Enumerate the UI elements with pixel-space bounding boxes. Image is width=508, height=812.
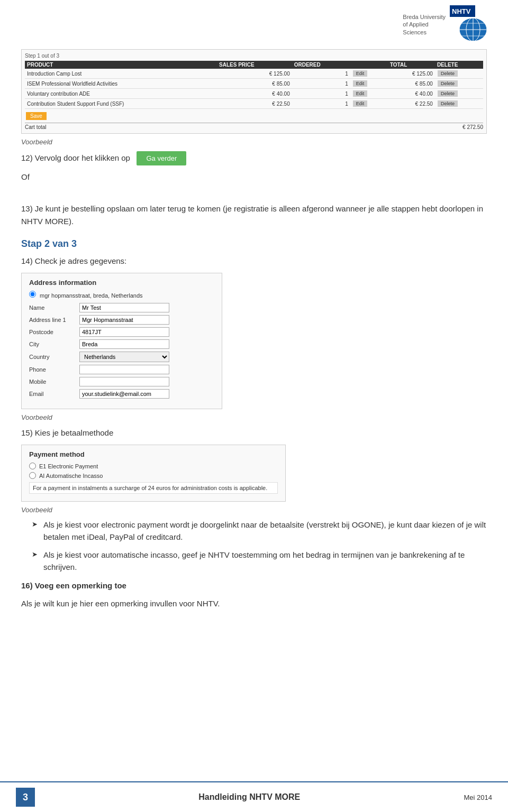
form-label-email: Email [29, 391, 79, 397]
payment-option-1: AI Automatische Incasso [29, 472, 278, 479]
table-row: Introduction Camp Lost € 125.00 1 Edit €… [25, 69, 483, 79]
bullet-item-1: Als je kiest voor automatische incasso, … [32, 549, 487, 573]
footer-date: Mei 2014 [464, 793, 492, 801]
product-price: € 40.00 [217, 89, 292, 99]
delete-button[interactable]: Delete [438, 70, 458, 77]
step-label: Step 1 out of 3 [25, 53, 483, 59]
voorbeeld-2: Voorbeeld [21, 413, 487, 421]
product-name: Introduction Camp Lost [25, 69, 217, 79]
cart-total-label: Cart total [25, 124, 47, 130]
form-row-postcode: Postcode [29, 327, 214, 337]
delete-cell[interactable]: Delete [435, 99, 483, 109]
payment-option-0: E1 Electronic Payment [29, 463, 278, 469]
product-total: € 22.50 [388, 99, 435, 109]
delete-button[interactable]: Delete [438, 100, 458, 107]
main-content: Step 1 out of 3 PRODUCT SALES PRICE ORDE… [0, 44, 508, 658]
edit-cell[interactable]: Edit [350, 79, 388, 89]
instruction-15: 15) Kies je betaalmethode [21, 427, 487, 439]
payment-label-1: AI Automatische Incasso [39, 473, 103, 479]
product-total: € 85.00 [388, 79, 435, 89]
col-sales-price: SALES PRICE [217, 61, 292, 69]
delete-button[interactable]: Delete [438, 90, 458, 97]
form-row-mobile: Mobile [29, 377, 214, 386]
delete-button[interactable]: Delete [438, 80, 458, 87]
logo-nhtv-badge: NHTV [450, 5, 497, 44]
edit-button[interactable]: Edit [353, 70, 368, 77]
edit-cell[interactable]: Edit [350, 69, 388, 79]
logo-text: Breda University of Applied Sciences [403, 13, 446, 36]
col-total: TOTAL [388, 61, 435, 69]
field-city[interactable] [79, 339, 169, 349]
instruction-16-title: 16) Voeg een opmerking toe [21, 579, 487, 592]
address-box: Address information mgr hopmansstraat, b… [21, 273, 222, 409]
product-qty: 1 [292, 89, 350, 99]
field-name[interactable] [79, 303, 169, 312]
product-total: € 40.00 [388, 89, 435, 99]
field-address-line-1[interactable] [79, 315, 169, 325]
form-row-country: CountryNetherlands [29, 352, 214, 362]
instruction-12b: Of [21, 171, 487, 183]
instruction-14: 14) Check je adres gegevens: [21, 255, 487, 267]
header: Breda University of Applied Sciences NHT… [0, 0, 508, 44]
form-label-postcode: Postcode [29, 329, 79, 335]
payment-note: For a payment in instalments a surcharge… [29, 482, 278, 494]
product-price: € 85.00 [217, 79, 292, 89]
form-label-country: Country [29, 354, 79, 360]
address-form: NameAddress line 1PostcodeCityCountryNet… [29, 303, 214, 399]
product-name: Voluntary contribution ADE [25, 89, 217, 99]
col-product: PRODUCT [25, 61, 217, 69]
table-row: Voluntary contribution ADE € 40.00 1 Edi… [25, 89, 483, 99]
payment-radio-1[interactable] [29, 472, 36, 479]
address-selection: mgr hopmansstraat, breda, Netherlands [29, 291, 214, 299]
payment-box-title: Payment method [29, 450, 278, 458]
form-row-name: Name [29, 303, 214, 312]
address-radio[interactable] [29, 291, 36, 298]
form-label-name: Name [29, 304, 79, 311]
edit-button[interactable]: Edit [353, 90, 368, 97]
step1-screenshot: Step 1 out of 3 PRODUCT SALES PRICE ORDE… [21, 49, 487, 134]
product-price: € 125.00 [217, 69, 292, 79]
logo-text-block: Breda University of Applied Sciences [403, 13, 446, 36]
field-email[interactable] [79, 389, 169, 399]
ga-verder-button[interactable]: Ga verder [137, 151, 186, 165]
footer: 3 Handleiding NHTV MORE Mei 2014 [0, 781, 508, 812]
product-name: Contribution Student Support Fund (SSF) [25, 99, 217, 109]
product-qty: 1 [292, 79, 350, 89]
bullet-item-0: Als je kiest voor electronic payment wor… [32, 519, 487, 543]
save-button[interactable]: Save [26, 112, 47, 120]
edit-button[interactable]: Edit [353, 80, 368, 87]
instruction-13: 13) Je kunt je bestelling opslaan om lat… [21, 202, 487, 228]
form-label-phone: Phone [29, 366, 79, 373]
product-qty: 1 [292, 99, 350, 109]
form-row-address-line-1: Address line 1 [29, 315, 214, 325]
payment-radio-0[interactable] [29, 463, 36, 469]
address-box-title: Address information [29, 279, 214, 287]
table-row: ISEM Professional Worldfield Activities … [25, 79, 483, 89]
delete-cell[interactable]: Delete [435, 79, 483, 89]
edit-cell[interactable]: Edit [350, 99, 388, 109]
products-table: PRODUCT SALES PRICE ORDERED TOTAL DELETE… [25, 61, 483, 109]
form-row-phone: Phone [29, 365, 214, 374]
form-label-city: City [29, 341, 79, 347]
field-mobile[interactable] [79, 377, 169, 386]
voorbeeld-1: Voorbeeld [21, 138, 487, 146]
footer-title: Handleiding NHTV MORE [198, 792, 300, 802]
footer-page-number: 3 [16, 788, 35, 807]
instruction-12: 12) Vervolg door het klikken op Ga verde… [21, 151, 487, 165]
field-postcode[interactable] [79, 327, 169, 337]
product-price: € 22.50 [217, 99, 292, 109]
country-select[interactable]: Netherlands [79, 352, 169, 362]
edit-cell[interactable]: Edit [350, 89, 388, 99]
form-row-city: City [29, 339, 214, 349]
table-row: Contribution Student Support Fund (SSF) … [25, 99, 483, 109]
svg-text:NHTV: NHTV [452, 7, 471, 15]
delete-cell[interactable]: Delete [435, 69, 483, 79]
col-delete: DELETE [435, 61, 483, 69]
field-phone[interactable] [79, 365, 169, 374]
form-label-address-line-1: Address line 1 [29, 317, 79, 323]
delete-cell[interactable]: Delete [435, 89, 483, 99]
payment-box: Payment method E1 Electronic PaymentAI A… [21, 445, 286, 502]
col-edit [350, 61, 388, 69]
form-row-email: Email [29, 389, 214, 399]
edit-button[interactable]: Edit [353, 100, 368, 107]
